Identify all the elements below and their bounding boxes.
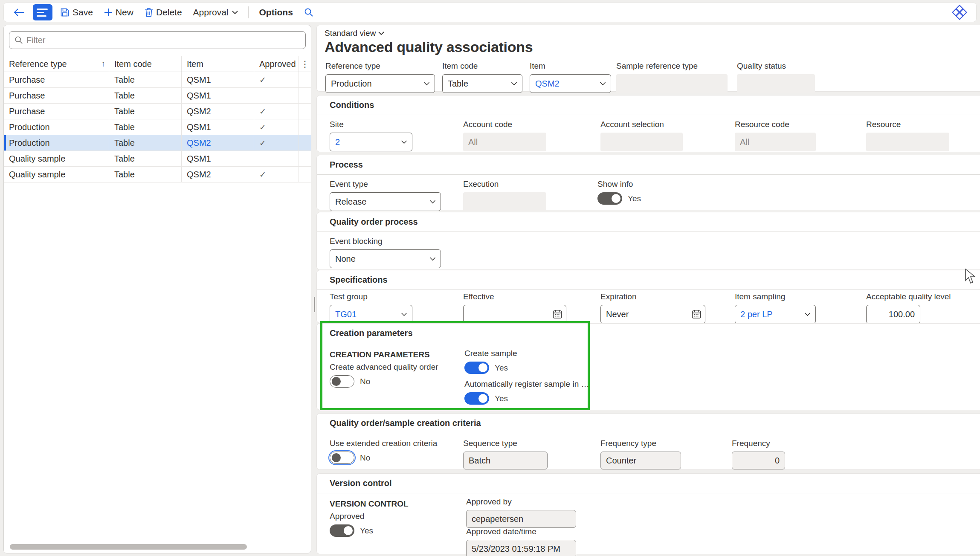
- dynamics-logo-icon[interactable]: [951, 4, 968, 20]
- item-code-dropdown[interactable]: Table: [442, 74, 522, 93]
- section-creation-criteria: Quality order/sample creation criteria U…: [316, 413, 980, 470]
- sample-reference-type-label: Sample reference type: [616, 61, 728, 71]
- event-type-dropdown[interactable]: Release: [330, 192, 441, 211]
- account-code-label: Account code: [463, 119, 546, 130]
- table-row[interactable]: Quality sample Table QSM2 ✓: [4, 167, 311, 182]
- section-header-conditions[interactable]: Conditions: [317, 96, 980, 115]
- approved-datetime-field: 5/23/2023 01:59:18 PM: [466, 540, 576, 556]
- table-row[interactable]: Quality sample Table QSM1: [4, 151, 311, 167]
- approved-toggle[interactable]: [330, 524, 354, 537]
- chevron-down-icon: [600, 82, 606, 86]
- chevron-down-icon: [378, 32, 384, 35]
- chevron-down-icon: [401, 140, 407, 144]
- section-header-version-control[interactable]: Version control: [317, 474, 980, 493]
- column-header-reference-type[interactable]: Reference type ↑: [4, 56, 109, 72]
- create-advanced-quality-order-toggle[interactable]: [330, 375, 354, 388]
- toolbar-search-button[interactable]: [301, 6, 317, 19]
- use-extended-creation-criteria-toggle[interactable]: [330, 452, 354, 464]
- navigation-menu-button[interactable]: [33, 4, 52, 20]
- records-list-panel: Reference type ↑ Item code Item Approved…: [3, 25, 311, 553]
- resource-code-label: Resource code: [735, 119, 816, 130]
- options-button[interactable]: Options: [255, 6, 296, 19]
- item-code-label: Item code: [442, 61, 522, 71]
- table-row[interactable]: Purchase Table QSM1 ✓: [4, 72, 311, 88]
- frequency-field: 0: [732, 452, 785, 469]
- item-dropdown[interactable]: QSM2: [530, 74, 611, 93]
- resource-label: Resource: [866, 119, 949, 130]
- new-button[interactable]: New: [101, 6, 137, 19]
- save-button[interactable]: Save: [57, 6, 96, 19]
- section-header-creation-criteria[interactable]: Quality order/sample creation criteria: [317, 414, 980, 433]
- hamburger-icon: [37, 9, 48, 10]
- effective-date-input[interactable]: [463, 305, 566, 324]
- column-header-item[interactable]: Item: [182, 56, 254, 72]
- reference-type-label: Reference type: [325, 61, 435, 71]
- expiration-date-input[interactable]: Never: [600, 305, 705, 324]
- sequence-type-field: Batch: [463, 452, 548, 469]
- section-header-process[interactable]: Process: [317, 155, 980, 175]
- approved-check: [254, 151, 299, 166]
- delete-button[interactable]: Delete: [141, 6, 186, 19]
- auto-register-sample-toggle[interactable]: [464, 392, 489, 405]
- app-window: Save New Delete Approval Options: [0, 0, 980, 556]
- event-blocking-label: Event blocking: [330, 236, 441, 246]
- calendar-icon: [692, 310, 701, 319]
- page-title: Advanced quality associations: [325, 39, 533, 55]
- approved-by-label: Approved by: [466, 497, 576, 507]
- table-row[interactable]: Purchase Table QSM1: [4, 88, 311, 104]
- show-info-label: Show info: [597, 179, 641, 189]
- acceptable-quality-level-label: Acceptable quality level: [866, 292, 920, 302]
- table-row-selected[interactable]: Production Table QSM2 ✓: [4, 135, 311, 151]
- frequency-type-field: Counter: [600, 452, 681, 469]
- reference-type-dropdown[interactable]: Production: [325, 74, 435, 93]
- section-header-specifications[interactable]: Specifications: [317, 270, 980, 290]
- acceptable-quality-level-input[interactable]: 100.00: [866, 305, 920, 324]
- column-header-item-code[interactable]: Item code: [109, 56, 182, 72]
- create-sample-toggle[interactable]: [464, 362, 489, 374]
- section-conditions: Conditions Site 2 Account code All Accou…: [316, 95, 980, 152]
- account-selection-field: [600, 133, 683, 151]
- effective-label: Effective: [463, 292, 566, 302]
- test-group-dropdown[interactable]: TG01: [330, 305, 412, 324]
- chevron-down-icon: [423, 82, 430, 86]
- back-button[interactable]: [10, 6, 29, 19]
- table-row[interactable]: Production Table QSM1 ✓: [4, 119, 311, 135]
- section-header-quality-order-process[interactable]: Quality order process: [317, 212, 980, 232]
- approval-menu-button[interactable]: Approval: [190, 6, 242, 19]
- filter-input[interactable]: [26, 35, 300, 45]
- approved-by-field: cepapetersen: [466, 510, 576, 528]
- frequency-label: Frequency: [732, 438, 785, 449]
- toolbar-divider: [248, 6, 249, 18]
- section-specifications: Specifications Test group TG01 Effective…: [316, 270, 980, 323]
- chevron-down-icon: [804, 313, 811, 316]
- search-icon: [14, 36, 23, 44]
- item-label: Item: [530, 61, 611, 71]
- save-label: Save: [72, 7, 93, 17]
- chevron-down-icon: [401, 313, 407, 316]
- delete-label: Delete: [156, 7, 182, 17]
- site-label: Site: [330, 119, 412, 130]
- item-sampling-dropdown[interactable]: 2 per LP: [735, 305, 816, 324]
- filter-box: [9, 31, 306, 49]
- arrow-left-icon: [13, 8, 25, 17]
- options-label: Options: [259, 7, 293, 17]
- site-dropdown[interactable]: 2: [330, 133, 412, 151]
- frequency-type-label: Frequency type: [600, 438, 681, 449]
- details-header: Standard view Advanced quality associati…: [316, 25, 980, 92]
- event-blocking-dropdown[interactable]: None: [330, 249, 441, 268]
- column-header-approved[interactable]: Approved: [254, 56, 299, 72]
- horizontal-scrollbar[interactable]: [10, 544, 247, 550]
- table-row[interactable]: Purchase Table QSM2 ✓: [4, 104, 311, 119]
- grid-more-options-icon[interactable]: ⋮: [299, 56, 311, 72]
- section-header-creation-parameters[interactable]: Creation parameters: [317, 324, 980, 343]
- use-extended-creation-criteria-label: Use extended creation criteria: [330, 438, 437, 449]
- show-info-toggle[interactable]: [597, 192, 622, 205]
- approved-check: ✓: [254, 135, 299, 151]
- auto-register-sample-label: Automatically register sample in …: [464, 379, 589, 389]
- approved-datetime-label: Approved date/time: [466, 527, 576, 537]
- save-icon: [60, 8, 70, 17]
- view-selector[interactable]: Standard view: [325, 29, 384, 38]
- create-sample-label: Create sample: [464, 348, 517, 359]
- sample-reference-type-field: [616, 74, 728, 93]
- grid-header-row: Reference type ↑ Item code Item Approved…: [4, 56, 311, 72]
